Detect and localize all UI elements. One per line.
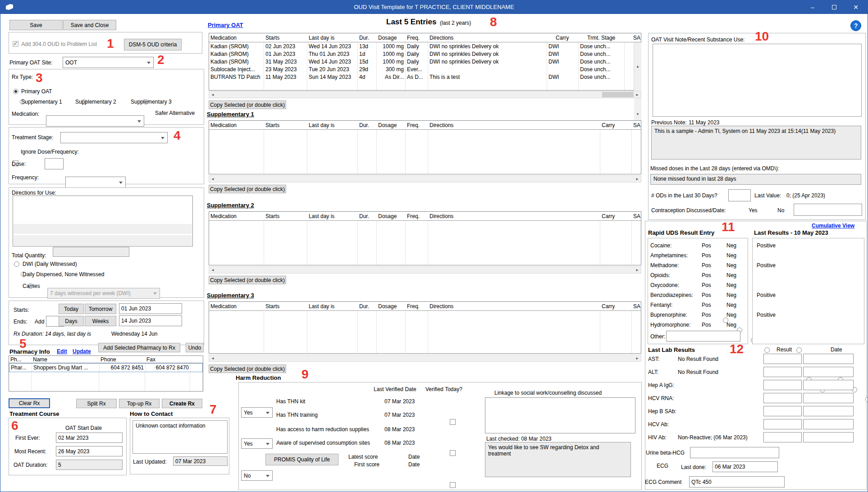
pharmacy-row-selected[interactable]: Phar... Shoppers Drug Mart ... 604 872 8… [9, 363, 203, 372]
supp2-horizontal-scrollbar[interactable]: ◄ ► [209, 266, 641, 273]
hep-a-igg-date-input[interactable] [803, 380, 854, 390]
hcv-rna-date-input[interactable] [803, 393, 854, 403]
scroll-left-icon[interactable]: ◄ [209, 91, 216, 98]
directions-textarea[interactable] [13, 196, 193, 246]
col-dur[interactable]: Dur. [358, 302, 377, 310]
contraception-date-input[interactable] [794, 204, 862, 216]
add-problem-checkbox[interactable] [13, 41, 18, 47]
uds-other-input[interactable] [666, 331, 740, 342]
col-trmt-stage[interactable]: Trmt. Stage [586, 33, 632, 42]
end-date-input[interactable]: 14 Jun 2023 [119, 315, 182, 326]
pharmacy-col-phone[interactable]: Phone [99, 356, 145, 363]
undo-button[interactable]: Undo [186, 343, 204, 352]
copy-selected-supp3-button[interactable]: Copy Selected (or double click) [209, 364, 286, 373]
uds-hydromorphone-neg-radio[interactable] [865, 397, 868, 402]
ecg-comment-input[interactable]: QTc 450 [689, 476, 785, 487]
copy-selected-primary-button[interactable]: Copy Selected (or double click) [209, 100, 286, 109]
save-and-close-button[interactable]: Save and Close [63, 20, 116, 30]
alt-result-input[interactable] [763, 367, 802, 377]
topup-rx-button[interactable]: Top-up Rx [119, 399, 160, 408]
col-freq[interactable]: Freq. [406, 302, 428, 310]
scroll-left-icon[interactable]: ◄ [209, 176, 216, 182]
col-carry[interactable]: Carry [600, 121, 632, 129]
supp1-horizontal-scrollbar[interactable]: ◄ ► [209, 175, 641, 182]
primary-row[interactable]: Kadian (SROM)31 May 2023Wed 14 Jun 20231… [209, 58, 634, 65]
hiv-ab-date-input[interactable] [803, 432, 854, 442]
col-directions[interactable]: Directions [428, 33, 554, 42]
contact-info-box[interactable]: Unknown contact information [132, 420, 228, 454]
col-directions[interactable]: Directions [428, 302, 600, 310]
days-button[interactable]: Days [59, 316, 84, 326]
col-starts[interactable]: Starts [264, 33, 307, 42]
pharmacy-col-name[interactable]: Name [32, 356, 99, 363]
split-rx-button[interactable]: Split Rx [76, 399, 117, 408]
col-medication[interactable]: Medication [209, 302, 264, 310]
primary-vertical-scrollbar[interactable]: ▲ ▼ [634, 42, 641, 90]
col-dosage[interactable]: Dosage [377, 33, 406, 42]
col-freq[interactable]: Freq. [406, 121, 428, 129]
col-starts[interactable]: Starts [264, 121, 307, 129]
col-medication[interactable]: Medication [209, 121, 264, 129]
primary-row[interactable]: Kadian (SROM)01 Jun 2023Thu 01 Jun 20231… [209, 50, 634, 58]
supp3-horizontal-scrollbar[interactable]: ◄ ► [209, 355, 641, 362]
pharmacy-update-link[interactable]: Update [73, 348, 91, 355]
thn-kit-select[interactable]: Yes [241, 407, 273, 418]
primary-row[interactable]: Sublocade Inject...23 May 2023Tue 20 Jun… [209, 65, 634, 73]
col-sa[interactable]: SA [632, 302, 641, 310]
hep-a-igg-result-input[interactable] [763, 380, 802, 390]
scroll-thumb[interactable] [602, 92, 634, 97]
col-dosage[interactable]: Dosage [377, 302, 406, 310]
col-dosage[interactable]: Dosage [377, 121, 406, 129]
col-dosage[interactable]: Dosage [377, 212, 406, 220]
supp1-header[interactable]: Medication Starts Last day is Dur. Dosag… [209, 121, 641, 130]
col-lastday[interactable]: Last day is [307, 33, 358, 42]
treatment-stage-select[interactable] [60, 132, 168, 143]
col-lastday[interactable]: Last day is [307, 302, 358, 310]
copy-selected-supp2-button[interactable]: Copy Selected (or double click) [209, 276, 286, 284]
start-date-input[interactable]: 01 Jun 2023 [119, 303, 182, 314]
hcv-ab-result-input[interactable] [763, 419, 802, 429]
uds-opioids-neg-radio[interactable] [796, 347, 802, 353]
visit-note-textarea[interactable] [653, 44, 862, 117]
col-freq[interactable]: Freq. [406, 212, 428, 220]
pharmacy-edit-link[interactable]: Edit [57, 348, 67, 355]
col-sa[interactable]: SA [632, 212, 641, 220]
primary-row[interactable]: BUTRANS TD Patch11 May 2023Sun 14 May 20… [209, 73, 634, 81]
cumulative-view-link[interactable]: Cumulative View [812, 223, 854, 229]
harm-supplies-verified-checkbox[interactable] [450, 482, 456, 488]
col-medication[interactable]: Medication [209, 212, 264, 220]
most-recent-input[interactable]: 26 May 2023 [56, 446, 123, 456]
col-carry[interactable]: Carry [600, 212, 632, 220]
scroll-right-icon[interactable]: ► [634, 267, 641, 273]
col-dur[interactable]: Dur. [358, 121, 377, 129]
tomorrow-button[interactable]: Tomorrow [85, 304, 116, 314]
dwi-radio[interactable] [14, 261, 19, 267]
supp3-header[interactable]: Medication Starts Last day is Dur. Dosag… [209, 302, 641, 311]
hep-b-sab-result-input[interactable] [763, 406, 802, 416]
today-button[interactable]: Today [59, 304, 84, 314]
col-sa[interactable]: SA [632, 33, 641, 42]
pharmacy-table-header[interactable]: Ph... Name Phone Fax [9, 356, 203, 363]
hcv-rna-result-input[interactable] [763, 393, 802, 403]
medication-select[interactable] [46, 115, 144, 127]
scroll-left-icon[interactable]: ◄ [209, 355, 216, 361]
col-carry[interactable]: Carry [600, 302, 632, 310]
maximize-button[interactable] [824, 0, 844, 14]
thn-kit-verified-checkbox[interactable] [450, 419, 456, 425]
hep-b-sab-date-input[interactable] [803, 406, 854, 416]
copy-selected-supp1-button[interactable]: Copy Selected (or double click) [209, 185, 286, 193]
col-sa[interactable]: SA [632, 121, 641, 129]
col-directions[interactable]: Directions [428, 121, 600, 129]
col-dur[interactable]: Dur. [358, 212, 377, 220]
linkage-textarea[interactable] [485, 397, 635, 433]
col-starts[interactable]: Starts [264, 212, 307, 220]
col-lastday[interactable]: Last day is [307, 121, 358, 129]
col-carry[interactable]: Carry [554, 33, 586, 42]
ods-input[interactable] [728, 189, 751, 201]
dsm5-criteria-button[interactable]: DSM-5 OUD criteria [124, 39, 182, 50]
scroll-right-icon[interactable]: ► [634, 91, 641, 98]
weeks-button[interactable]: Weeks [85, 316, 116, 326]
pharmacy-col-phid[interactable]: Ph... [9, 356, 32, 363]
harm-supplies-select[interactable]: No [241, 470, 273, 481]
save-button[interactable]: Save [9, 20, 63, 30]
